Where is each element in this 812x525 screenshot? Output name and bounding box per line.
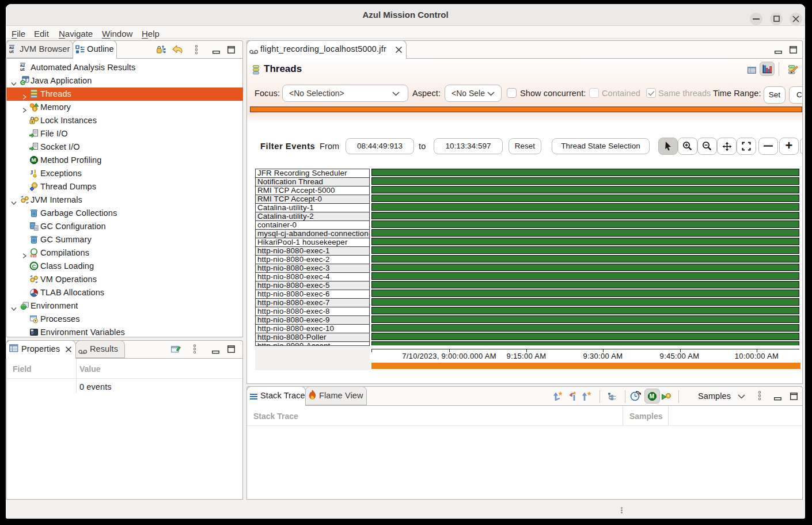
svg-text:C: C bbox=[21, 81, 24, 85]
svg-text:M: M bbox=[32, 157, 36, 163]
svg-text:M: M bbox=[650, 393, 654, 400]
svg-text:010: 010 bbox=[31, 253, 37, 257]
svg-text:C: C bbox=[32, 262, 36, 269]
svg-text:J: J bbox=[30, 169, 33, 176]
svg-text:ut: ut bbox=[20, 66, 25, 71]
svg-text:ut: ut bbox=[9, 49, 14, 54]
